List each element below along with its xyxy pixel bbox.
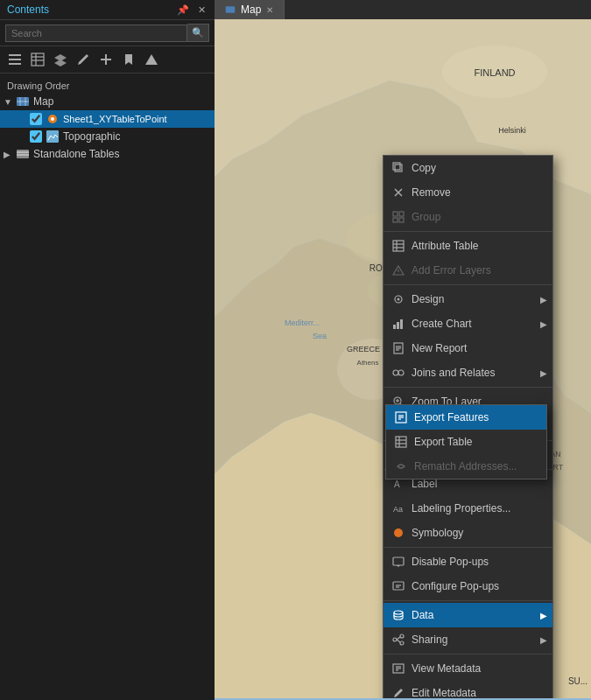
- chart-icon[interactable]: [142, 50, 161, 69]
- data-submenu: Export Features Export Table Rematch Add…: [385, 404, 547, 480]
- search-bar: 🔍: [0, 20, 215, 46]
- tree-item-standalone[interactable]: ▶ Standalone Tables: [0, 145, 215, 163]
- svg-rect-74: [393, 557, 404, 565]
- bookmark-icon[interactable]: [119, 50, 138, 69]
- data-label: Data: [412, 609, 433, 621]
- data-arrow: ▶: [540, 611, 547, 620]
- tree-item-sheet1[interactable]: Sheet1_XYTableToPoint: [0, 110, 215, 128]
- svg-point-81: [393, 638, 397, 641]
- add-icon[interactable]: [96, 50, 116, 69]
- map-area: Map ✕ FI: [215, 0, 591, 700]
- menu-item-sharing[interactable]: Sharing ▶: [383, 627, 552, 652]
- attribute-table-icon: [390, 238, 406, 254]
- export-features-label: Export Features: [414, 411, 489, 424]
- svg-rect-14: [17, 150, 29, 158]
- search-button[interactable]: 🔍: [187, 24, 209, 42]
- sheet1-checkbox[interactable]: [30, 113, 42, 125]
- tree-item-map[interactable]: ▼ Map: [0, 93, 215, 110]
- labeling-props-icon: Aa: [390, 500, 406, 516]
- sharing-icon: [390, 632, 406, 648]
- map-tab-icon: [225, 4, 236, 15]
- separator-8: [383, 654, 552, 654]
- expand-standalone-arrow[interactable]: ▶: [4, 150, 16, 159]
- edit-metadata-label: Edit Metadata: [412, 687, 476, 698]
- separator-6: [383, 547, 552, 548]
- group-icon: [390, 209, 406, 225]
- svg-text:FINLAND: FINLAND: [474, 67, 515, 78]
- search-input[interactable]: [5, 24, 187, 42]
- svg-rect-44: [399, 212, 404, 216]
- panel-title: Contents: [7, 4, 49, 16]
- svg-rect-17: [226, 6, 236, 13]
- topographic-label: Topographic: [63, 130, 120, 143]
- list-icon[interactable]: [5, 50, 25, 69]
- table-icon[interactable]: [28, 50, 47, 69]
- submenu-item-export-table[interactable]: Export Table: [386, 430, 546, 454]
- group-label: Group: [412, 211, 440, 223]
- expand-map-arrow[interactable]: ▼: [4, 97, 16, 107]
- drawing-order-label: Drawing Order: [0, 77, 215, 93]
- close-tab-button[interactable]: ✕: [266, 5, 273, 15]
- svg-text:Mediterr...: Mediterr...: [285, 318, 320, 327]
- contents-body: Drawing Order ▼ Map Sheet1_XYTableToPoin…: [0, 74, 215, 700]
- menu-item-add-error-layers: Add Error Layers: [383, 258, 552, 283]
- new-report-icon: [390, 340, 406, 356]
- svg-point-54: [398, 298, 400, 301]
- svg-rect-2: [9, 63, 21, 65]
- joins-relates-label: Joins and Relates: [412, 367, 495, 379]
- submenu-item-export-features[interactable]: Export Features: [386, 405, 546, 430]
- menu-item-symbology[interactable]: Symbology: [383, 521, 552, 545]
- design-label: Design: [412, 293, 444, 305]
- attribute-table-label: Attribute Table: [412, 240, 479, 252]
- map-content: FINLAND Helsinki ESTONIA LATVIA LITHUANI…: [215, 19, 591, 698]
- map-tab[interactable]: Map ✕: [215, 0, 285, 19]
- configure-popups-icon: [390, 578, 406, 594]
- add-error-layers-label: Add Error Layers: [412, 264, 491, 276]
- menu-item-labeling-props[interactable]: Aa Labeling Properties...: [383, 496, 552, 521]
- toolbar-row: [0, 46, 215, 74]
- layers-icon[interactable]: [51, 50, 70, 69]
- separator-2: [383, 284, 552, 285]
- export-table-icon: [393, 434, 409, 450]
- export-table-label: Export Table: [414, 436, 473, 448]
- map-tab-bar: Map ✕: [215, 0, 591, 19]
- svg-rect-96: [396, 437, 406, 447]
- edit-metadata-icon: [390, 685, 406, 698]
- separator-1: [383, 231, 552, 232]
- design-icon: [390, 291, 406, 307]
- menu-item-joins-relates[interactable]: Joins and Relates ▶: [383, 360, 552, 385]
- view-metadata-icon: [390, 661, 406, 676]
- rematch-icon: [393, 458, 409, 474]
- svg-rect-43: [393, 212, 398, 216]
- tree-item-topographic[interactable]: Topographic: [0, 128, 215, 145]
- menu-item-edit-metadata[interactable]: Edit Metadata: [383, 681, 552, 698]
- menu-item-create-chart[interactable]: Create Chart ▶: [383, 312, 552, 336]
- menu-item-remove[interactable]: Remove: [383, 180, 552, 205]
- menu-item-group: Group: [383, 205, 552, 229]
- svg-text:GREECE: GREECE: [347, 345, 380, 354]
- menu-item-disable-popups[interactable]: Disable Pop-ups: [383, 550, 552, 574]
- menu-item-new-report[interactable]: New Report: [383, 336, 552, 360]
- symbology-label: Symbology: [412, 527, 463, 539]
- remove-icon: [390, 185, 406, 200]
- menu-item-attribute-table[interactable]: Attribute Table: [383, 234, 552, 258]
- map-label: Map: [33, 95, 53, 108]
- contents-panel: Contents 📌 ✕ 🔍: [0, 0, 215, 700]
- menu-item-configure-popups[interactable]: Configure Pop-ups: [383, 574, 552, 598]
- svg-rect-55: [393, 325, 396, 329]
- label-label: Label: [412, 478, 437, 490]
- sheet1-label: Sheet1_XYTableToPoint: [63, 114, 167, 124]
- menu-item-view-metadata[interactable]: View Metadata: [383, 656, 552, 681]
- panel-titlebar: Contents 📌 ✕: [0, 0, 215, 20]
- close-panel-button[interactable]: ✕: [196, 4, 208, 16]
- menu-item-design[interactable]: Design ▶: [383, 287, 552, 312]
- svg-line-82: [397, 637, 400, 640]
- standalone-label: Standalone Tables: [33, 148, 120, 160]
- map-tab-label: Map: [241, 4, 261, 16]
- topographic-checkbox[interactable]: [30, 130, 42, 143]
- edit-icon[interactable]: [74, 50, 93, 69]
- svg-marker-9: [145, 54, 158, 65]
- menu-item-copy[interactable]: Copy: [383, 156, 552, 180]
- menu-item-data[interactable]: Data ▶: [383, 603, 552, 627]
- pin-button[interactable]: 📌: [175, 4, 191, 16]
